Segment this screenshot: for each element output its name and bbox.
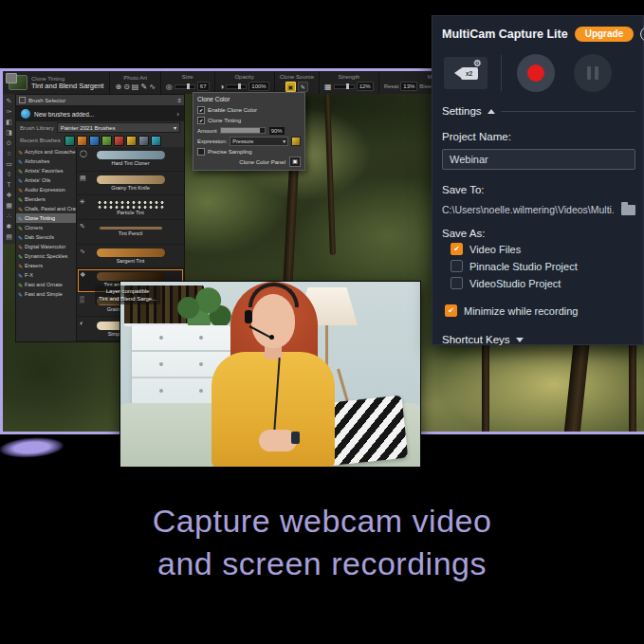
save-as-option-video-files[interactable]: ✔ Video Files (442, 242, 635, 256)
tool-fill-icon[interactable]: ◨ (6, 129, 12, 136)
clone-tinting-option[interactable]: ✔ Clone Tinting (197, 115, 301, 125)
size-value[interactable]: 67 (197, 82, 210, 91)
headset-earcup-icon (245, 310, 252, 323)
new-brushes-notification[interactable]: New brushes added... › (16, 106, 184, 121)
brush-variant-item[interactable]: ✎Tint Pencil (77, 220, 184, 245)
settings-toggle[interactable]: Settings (442, 105, 635, 117)
upgrade-button[interactable]: Upgrade (575, 27, 635, 42)
brush-category-item[interactable]: ✎Airbrushes (16, 156, 76, 166)
recent-brush-icon[interactable] (151, 136, 161, 146)
brush-category-item[interactable]: ✎Artists' Favorites (16, 166, 76, 175)
brush-category-item[interactable]: ✎Fast and Simple (16, 289, 76, 299)
enable-clone-color-option[interactable]: ✔ Enable Clone Color (197, 104, 301, 115)
folder-browse-icon[interactable] (621, 205, 635, 215)
tool-brush-icon[interactable]: ✎ (7, 98, 12, 104)
brush-category-item[interactable]: ✎F-X (16, 270, 76, 280)
checkbox[interactable]: ✔ (197, 148, 205, 156)
brush-icon: ✎ (18, 234, 23, 241)
brush-variant-item[interactable]: ◯Hard Tint Cloner (77, 147, 184, 172)
tool-grabber-icon[interactable]: ○ (7, 150, 10, 156)
save-as-option-videostudio[interactable]: ✔ VideoStudio Project (442, 276, 635, 290)
brush-category-item[interactable]: ✎Acrylics and Gouache (16, 147, 76, 156)
brush-variant-item[interactable]: ▤Grainy Tint Knife (77, 172, 184, 196)
clone-source-button[interactable]: ▣ (285, 82, 296, 92)
opacity-slider[interactable] (226, 84, 247, 89)
variant-icon: ✳ (80, 198, 85, 206)
tool-shapes-icon[interactable]: ❖ (6, 192, 11, 198)
tool-magnifier-icon[interactable]: ⊙ (7, 139, 12, 146)
clone-tool-icon[interactable]: ⊕ (115, 83, 121, 91)
recent-brush-icon[interactable] (64, 136, 75, 146)
project-name-input[interactable]: Webinar (442, 149, 635, 170)
stroke-tool-icon[interactable]: ∿ (149, 83, 156, 91)
tool-layers-icon[interactable]: ▤ (6, 233, 12, 240)
painter-logo-icon (21, 109, 30, 119)
recent-brush-icon[interactable] (101, 136, 112, 146)
recent-brush-icon[interactable] (138, 136, 149, 146)
tool-text-icon[interactable]: T (7, 181, 10, 188)
strength-slider[interactable] (334, 84, 355, 89)
amount-value[interactable]: 90% (268, 126, 285, 136)
brush-category-item[interactable]: ✎Digital Watercolor (16, 242, 76, 251)
tool-crop-icon[interactable]: ▭ (6, 160, 12, 167)
help-icon[interactable]: ? (640, 27, 644, 42)
expression-dropdown[interactable]: Pressure ▾ (230, 137, 288, 146)
precise-sampling-option[interactable]: ✔ Precise Sampling (197, 146, 301, 156)
brush-category-item[interactable]: ✎Dynamic Speckles (16, 251, 76, 261)
shortcut-keys-toggle[interactable]: Shortcut Keys (442, 334, 635, 345)
brush-category-item[interactable]: ✎Dab Stencils (16, 232, 76, 242)
magnify-tool-icon[interactable]: ⊙ (123, 83, 130, 91)
checkbox[interactable]: ✔ (197, 106, 205, 114)
minimize-while-recording-option[interactable]: ✔ Minimize while recording (442, 304, 635, 318)
capture-sources-button[interactable]: x2 ⚙ (444, 57, 488, 89)
expression-row: Expression: Pressure ▾ (197, 136, 301, 146)
brush-category-item[interactable]: ✎Blenders (16, 194, 76, 204)
brush-variant-item[interactable]: ✳Particle Tint (77, 195, 184, 220)
brush-category-item[interactable]: ✎Chalk, Pastel and Crayons (16, 204, 76, 213)
brush-variant-item[interactable]: ∿Sargent Tint (77, 245, 184, 269)
opacity-value[interactable]: 100% (248, 82, 268, 91)
pause-button[interactable] (574, 54, 612, 92)
brush-category-item[interactable]: ✎Fast and Ornate (16, 280, 76, 289)
save-as-option-pinnacle[interactable]: ✔ Pinnacle Studio Project (442, 259, 635, 273)
tool-eraser-icon[interactable]: ◧ (6, 119, 12, 125)
checkbox[interactable]: ✔ (451, 277, 463, 289)
save-to-label: Save To: (442, 184, 635, 195)
panel-menu-icon[interactable]: ≡ (177, 98, 181, 103)
size-slider[interactable] (175, 84, 195, 89)
brush-category-item[interactable]: ✎Erasers (16, 261, 76, 270)
chevron-right-icon[interactable]: › (176, 110, 179, 119)
current-brush-info[interactable]: Clone Tinting Tint and Blend Sargent (3, 71, 110, 94)
tool-divine-icon[interactable]: ✱ (7, 223, 12, 230)
checkbox[interactable]: ✔ (197, 117, 205, 124)
resat-value[interactable]: 13% (400, 82, 417, 91)
brush-icon: ✎ (18, 291, 23, 298)
camera-count-badge: x2 (466, 70, 472, 77)
tool-pattern-icon[interactable]: ▦ (6, 202, 12, 209)
hand-tool-icon[interactable]: ✎ (140, 83, 147, 91)
amount-slider[interactable] (220, 127, 266, 134)
panel-launch-icon[interactable]: ▣ (289, 156, 301, 167)
checkbox[interactable]: ✔ (451, 243, 463, 255)
expression-settings-icon[interactable] (291, 137, 301, 146)
paper-tool-icon[interactable]: ▤ (132, 83, 139, 91)
tool-lasso-icon[interactable]: ◊ (8, 171, 10, 177)
tool-dropper-icon[interactable]: ✑ (7, 108, 12, 115)
clone-color-button[interactable]: ✎ (298, 82, 308, 92)
record-button[interactable] (517, 54, 555, 92)
tool-mirror-icon[interactable]: ∴ (7, 212, 10, 219)
recent-brush-icon[interactable] (89, 136, 100, 146)
recent-brush-icon[interactable] (114, 136, 124, 146)
clone-color-panel-button[interactable]: Clone Color Panel (239, 159, 285, 165)
brush-category-item[interactable]: ✎Artists' Oils (16, 175, 76, 185)
brush-category-item[interactable]: ✎Audio Expression (16, 185, 76, 194)
brush-category-item[interactable]: ✎Cloners (16, 223, 76, 232)
strength-value[interactable]: 12% (357, 82, 374, 91)
brush-category-item-selected[interactable]: ✎Clone Tinting (16, 213, 76, 223)
recent-brush-icon[interactable] (126, 136, 137, 146)
brush-selector-header[interactable]: Brush Selector ≡ (16, 95, 184, 106)
checkbox[interactable]: ✔ (445, 304, 457, 317)
brush-library-dropdown[interactable]: Painter 2021 Brushes ▾ (57, 122, 180, 133)
recent-brush-icon[interactable] (77, 136, 87, 146)
checkbox[interactable]: ✔ (451, 260, 463, 272)
